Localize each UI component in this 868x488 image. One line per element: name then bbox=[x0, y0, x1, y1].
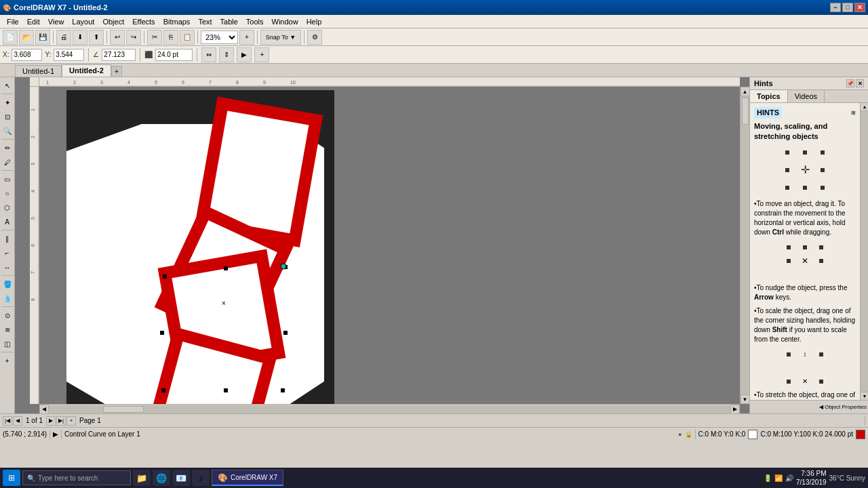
mirror-h-button[interactable]: ⇔ bbox=[201, 47, 216, 62]
angle-input[interactable] bbox=[102, 49, 136, 61]
svg-text:2: 2 bbox=[73, 80, 76, 85]
zoom-dropdown[interactable]: 23%50%75%100% bbox=[201, 30, 238, 44]
maximize-button[interactable]: □ bbox=[842, 3, 853, 12]
menu-item-effects[interactable]: Effects bbox=[128, 16, 159, 27]
fill-info: C:0 M:0 Y:0 K:0 bbox=[698, 430, 746, 438]
copy-button[interactable]: ⎘ bbox=[163, 30, 178, 45]
menu-item-tools[interactable]: Tools bbox=[242, 16, 268, 27]
options-button[interactable]: ⚙ bbox=[307, 30, 322, 45]
taskbar-coreldraw[interactable]: 🎨 CorelDRAW X7 bbox=[212, 470, 283, 486]
tab-untitled2[interactable]: Untitled-2 bbox=[62, 64, 111, 77]
svg-text:×: × bbox=[222, 300, 226, 307]
scroll-left-button[interactable]: ◀ bbox=[39, 405, 49, 414]
menu-item-text[interactable]: Text bbox=[194, 16, 216, 27]
hints-tab-topics[interactable]: Topics bbox=[750, 90, 788, 102]
last-page-button[interactable]: ▶| bbox=[56, 416, 66, 426]
zoom-tool[interactable]: 🔍 bbox=[1, 124, 14, 138]
export-button[interactable]: ⬆ bbox=[89, 30, 104, 45]
import-button[interactable]: ⬇ bbox=[73, 30, 87, 45]
menu-item-view[interactable]: View bbox=[44, 16, 68, 27]
new-button[interactable]: 📄 bbox=[3, 30, 18, 45]
size-input[interactable] bbox=[155, 49, 193, 61]
svg-text:7: 7 bbox=[209, 80, 212, 85]
vertical-scrollbar[interactable]: ▲ ▼ bbox=[740, 87, 749, 404]
hints-scroll-up[interactable]: ▲ bbox=[861, 103, 868, 111]
svg-text:3: 3 bbox=[31, 163, 35, 165]
hints-scrollbar[interactable]: ▲ ▼ bbox=[860, 103, 868, 400]
menu-item-bitmaps[interactable]: Bitmaps bbox=[159, 16, 195, 27]
x-input[interactable] bbox=[12, 49, 42, 61]
hints-bottom-bar: ◀ Object Properties bbox=[750, 400, 868, 413]
scroll-right-button[interactable]: ▶ bbox=[730, 405, 740, 414]
snap-to-button[interactable]: Snap To ▼ bbox=[260, 30, 301, 45]
menu-item-layout[interactable]: Layout bbox=[68, 16, 98, 27]
eyedropper-tool[interactable]: 💧 bbox=[1, 291, 14, 305]
paste-button[interactable]: 📋 bbox=[180, 30, 195, 45]
undo-button[interactable]: ↩ bbox=[110, 30, 125, 45]
hints-expand-button[interactable]: ⊞ bbox=[851, 109, 856, 117]
hints-panel-title: Hints bbox=[754, 79, 773, 87]
next-page-button[interactable]: ▶ bbox=[46, 416, 56, 426]
open-button[interactable]: 📂 bbox=[19, 30, 34, 45]
ruler-corner bbox=[30, 77, 39, 87]
hints-pin-button[interactable]: 📌 bbox=[846, 79, 854, 87]
add-tab-button[interactable]: + bbox=[111, 66, 122, 77]
taskbar-app-edge[interactable]: 🌐 bbox=[153, 470, 170, 486]
fill-tool[interactable]: 🪣 bbox=[1, 277, 14, 291]
rectangle-tool[interactable]: ▭ bbox=[1, 172, 14, 186]
scroll-down-button[interactable]: ▼ bbox=[741, 394, 750, 404]
redo-button[interactable]: ↪ bbox=[126, 30, 141, 45]
menu-item-table[interactable]: Table bbox=[216, 16, 242, 27]
menu-item-edit[interactable]: Edit bbox=[23, 16, 44, 27]
svg-text:3: 3 bbox=[100, 80, 103, 85]
outline-tool[interactable]: ⊙ bbox=[1, 308, 14, 322]
zoom-in-button[interactable]: + bbox=[239, 30, 254, 45]
taskbar-app-explorer[interactable]: 📁 bbox=[133, 470, 151, 486]
connector-tool[interactable]: ⌐ bbox=[1, 246, 14, 260]
crop-tool[interactable]: ⊡ bbox=[1, 110, 14, 123]
cut-button[interactable]: ✂ bbox=[147, 30, 162, 45]
dimension-tool[interactable]: ↔ bbox=[1, 260, 14, 274]
transform-button[interactable]: + bbox=[254, 47, 269, 62]
select-tool[interactable]: ↖ bbox=[1, 79, 14, 92]
menu-item-help[interactable]: Help bbox=[302, 16, 326, 27]
print-button[interactable]: 🖨 bbox=[56, 30, 71, 45]
freehand-tool[interactable]: ✏ bbox=[1, 141, 14, 155]
menu-item-file[interactable]: File bbox=[3, 16, 23, 27]
page-count: 1 of 1 bbox=[23, 417, 45, 424]
ellipse-tool[interactable]: ○ bbox=[1, 186, 14, 200]
text-tool[interactable]: A bbox=[1, 215, 14, 228]
close-button[interactable]: ✕ bbox=[854, 3, 865, 12]
hints-close-button[interactable]: ✕ bbox=[856, 79, 864, 87]
transparency-tool[interactable]: ◫ bbox=[1, 337, 14, 350]
blend-tool[interactable]: ≋ bbox=[1, 323, 14, 336]
parallel-tool[interactable]: ∥ bbox=[1, 232, 14, 245]
mirror-v-button[interactable]: ⇕ bbox=[219, 47, 234, 62]
smart-fill-tool[interactable]: 🖊 bbox=[1, 155, 14, 169]
taskbar-app-mail[interactable]: 📧 bbox=[172, 470, 190, 486]
play-button[interactable]: ▶ bbox=[53, 430, 58, 438]
tab-untitled1[interactable]: Untitled-1 bbox=[15, 65, 62, 77]
add-page-button[interactable]: + bbox=[66, 416, 76, 426]
taskbar-app-music[interactable]: ♪ bbox=[192, 470, 210, 486]
save-button[interactable]: 💾 bbox=[35, 30, 50, 45]
hints-tab-videos[interactable]: Videos bbox=[788, 90, 825, 102]
apply-button[interactable]: ▶ bbox=[237, 47, 252, 62]
menu-item-object[interactable]: Object bbox=[98, 16, 128, 27]
polygon-tool[interactable]: ⬡ bbox=[1, 201, 14, 214]
first-page-button[interactable]: |◀ bbox=[3, 416, 12, 426]
scroll-up-button[interactable]: ▲ bbox=[741, 87, 750, 96]
horizontal-scrollbar[interactable]: ◀ ▶ bbox=[39, 404, 740, 413]
object-props-toggle[interactable]: ◀ Object Properties bbox=[819, 404, 867, 410]
menu-item-window[interactable]: Window bbox=[268, 16, 302, 27]
prev-page-button[interactable]: ◀ bbox=[13, 416, 22, 426]
y-input[interactable] bbox=[54, 49, 84, 61]
search-box[interactable]: 🔍 Type here to search bbox=[22, 470, 131, 485]
handles-diagram-3: ↕ ✕ bbox=[778, 348, 832, 388]
add-tool[interactable]: + bbox=[1, 354, 14, 367]
hints-scroll-down[interactable]: ▼ bbox=[861, 392, 868, 400]
minimize-button[interactable]: − bbox=[830, 3, 841, 12]
start-button[interactable]: ⊞ bbox=[3, 470, 20, 486]
speaker-icon: 🔊 bbox=[785, 474, 793, 482]
shape-tool[interactable]: ✦ bbox=[1, 96, 14, 109]
